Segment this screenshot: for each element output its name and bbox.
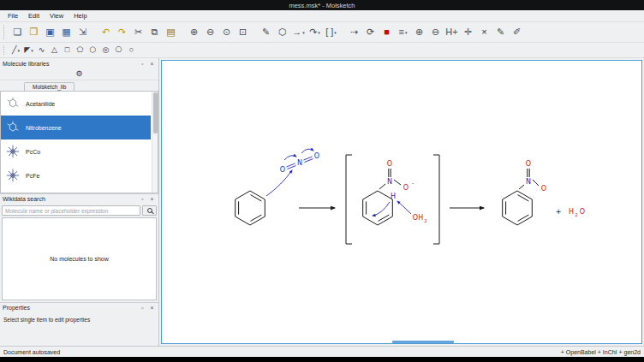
bond-type-dropdown-icon[interactable]: ▾ xyxy=(17,48,20,53)
charge-decrease-button[interactable]: ⊖ xyxy=(428,24,443,40)
tools-toolbar: ╱▾◤▾∿△□⬠⬡◎⎔○ xyxy=(0,43,644,58)
water-product[interactable]: H 2 O xyxy=(569,208,585,217)
chain-tool-button[interactable]: ∿ xyxy=(36,45,47,56)
curved-arrow-dropdown-icon[interactable]: ▾ xyxy=(318,30,320,35)
wedge-bond-dropdown-icon[interactable]: ▾ xyxy=(31,48,33,53)
libraries-dock-titlebar: Molecule libraries ▫ × xyxy=(0,58,158,68)
library-item-nitrobenzene[interactable]: Nitrobenzene xyxy=(1,116,151,139)
float-icon[interactable]: ▫ xyxy=(139,195,146,203)
redo-button[interactable]: ↷ xyxy=(115,24,129,40)
cut-button[interactable]: ✂ xyxy=(131,24,146,40)
zoom-in-button[interactable]: ⊕ xyxy=(187,24,201,40)
library-item-label: Acetanilide xyxy=(26,101,55,107)
properties-dock-title: Properties xyxy=(3,305,30,311)
pen-tool-icon: ✎ xyxy=(497,27,504,37)
atom-label-n: N xyxy=(387,178,392,186)
nitronium-ion[interactable]: O N O xyxy=(280,152,319,174)
zoom-original-button[interactable]: ⊙ xyxy=(219,24,234,40)
close-icon[interactable]: × xyxy=(148,195,156,203)
zoom-out-button[interactable]: ⊖ xyxy=(203,24,218,40)
reaction-arrow-dropdown-icon[interactable]: ▾ xyxy=(302,30,305,35)
menu-file[interactable]: File xyxy=(3,11,23,21)
charge-increase-icon: ⊕ xyxy=(415,27,423,37)
delete-item-button[interactable]: × xyxy=(477,24,492,40)
ring-5-button[interactable]: ⬠ xyxy=(75,45,86,56)
bracket-tool-button[interactable]: [ ]▾ xyxy=(324,24,338,40)
wedge-bond-button[interactable]: ◤▾ xyxy=(23,45,34,56)
highlight-tool-button[interactable]: ✐ xyxy=(510,24,524,40)
ring-tool-button[interactable]: ⬡ xyxy=(275,24,289,40)
mechanism-tool-button[interactable]: ⇢ xyxy=(347,24,361,40)
wedge-bond-icon: ◤ xyxy=(24,46,30,54)
left-bracket[interactable] xyxy=(346,155,352,244)
arenium-nitro-group[interactable]: N O O - H xyxy=(387,160,414,200)
paste-button[interactable]: ▤ xyxy=(164,24,178,40)
bracket-tool-dropdown-icon[interactable]: ▾ xyxy=(334,30,337,35)
ring-7-icon: ⎔ xyxy=(116,46,122,54)
draw-mode-button[interactable]: ✎ xyxy=(259,24,273,40)
ring-6-button[interactable]: ⬡ xyxy=(87,45,98,56)
search-button[interactable] xyxy=(142,205,157,216)
export-image-button[interactable]: ⇲ xyxy=(75,24,90,40)
libraries-dock-title: Molecule libraries xyxy=(3,61,49,67)
ring-7-button[interactable]: ⎔ xyxy=(113,45,124,56)
move-tool-button[interactable]: ✛ xyxy=(461,24,475,40)
subscript-2: 2 xyxy=(424,218,427,223)
float-icon[interactable]: ▫ xyxy=(139,304,146,312)
canvas-hscrollbar[interactable] xyxy=(392,341,454,343)
save-button[interactable]: ▣ xyxy=(43,24,57,40)
menu-view[interactable]: View xyxy=(45,11,69,21)
aromatic-ring-icon: ◎ xyxy=(103,46,110,54)
menu-help[interactable]: Help xyxy=(69,11,92,21)
reaction-arrow-button[interactable]: →▾ xyxy=(291,24,306,40)
library-settings-button[interactable]: ⚙ xyxy=(72,69,86,80)
hydrogen-increase-button[interactable]: H+ xyxy=(444,24,459,40)
library-item-pcco[interactable]: PcCo xyxy=(1,139,151,163)
library-item-pcfe[interactable]: PcFe xyxy=(1,163,151,187)
arenium-intermediate-ring[interactable] xyxy=(363,191,393,225)
library-item-label: PcCo xyxy=(26,149,40,155)
library-scrollbar[interactable] xyxy=(152,92,158,193)
toolbar-handle[interactable] xyxy=(3,45,7,56)
charge-label-minus: - xyxy=(412,180,414,186)
close-icon[interactable]: × xyxy=(148,304,156,312)
bottom-strip xyxy=(0,357,644,362)
pen-tool-button[interactable]: ✎ xyxy=(493,24,508,40)
scrollbar-thumb[interactable] xyxy=(153,92,158,134)
tab-molsketch-lib[interactable]: Molsketch_lib xyxy=(24,82,75,91)
close-icon[interactable]: × xyxy=(148,60,156,68)
search-input[interactable] xyxy=(2,205,140,216)
copy-button[interactable]: ⧉ xyxy=(147,24,162,40)
drawing-canvas[interactable]: O N O N O O - H OH 2 xyxy=(161,60,642,344)
library-item-acetanilide[interactable]: Acetanilide xyxy=(1,92,151,116)
right-bracket[interactable] xyxy=(433,155,439,244)
open-file-button[interactable]: ❒ xyxy=(27,24,41,40)
ring-4-button[interactable]: □ xyxy=(62,45,73,56)
rotate-tool-button[interactable]: ⟳ xyxy=(363,24,378,40)
line-width-button[interactable]: ≡▾ xyxy=(396,24,410,40)
color-picker-button[interactable]: ■ xyxy=(379,24,394,40)
zoom-fit-button[interactable]: ⊡ xyxy=(236,24,250,40)
float-icon[interactable]: ▫ xyxy=(139,60,146,68)
line-width-dropdown-icon[interactable]: ▾ xyxy=(405,30,408,35)
color-picker-icon: ■ xyxy=(384,27,390,37)
ring-8-button[interactable]: ○ xyxy=(126,45,137,56)
bracket-tool-icon: [ ] xyxy=(325,27,333,37)
nitrobenzene-product[interactable] xyxy=(503,191,533,225)
new-document-button[interactable]: ❏ xyxy=(10,24,25,40)
undo-button[interactable]: ↶ xyxy=(98,24,113,40)
menu-edit[interactable]: Edit xyxy=(23,11,45,21)
water-nucleophile[interactable]: OH 2 xyxy=(413,214,427,223)
product-nitro-group[interactable]: N O O xyxy=(526,160,546,193)
toolbar-handle[interactable] xyxy=(3,25,7,39)
benzene-reactant[interactable] xyxy=(236,191,265,225)
save-as-icon: ▦ xyxy=(62,27,70,37)
save-as-button[interactable]: ▦ xyxy=(59,24,74,40)
bond-type-button[interactable]: ╱▾ xyxy=(10,45,21,56)
wikidata-search-row xyxy=(0,204,158,217)
charge-increase-button[interactable]: ⊕ xyxy=(412,24,426,40)
library-list: AcetanilideNitrobenzenePcCoPcFe xyxy=(0,91,158,193)
curved-arrow-button[interactable]: ↷▾ xyxy=(307,24,322,40)
ring-3-button[interactable]: △ xyxy=(49,45,60,56)
aromatic-ring-button[interactable]: ◎ xyxy=(100,45,111,56)
